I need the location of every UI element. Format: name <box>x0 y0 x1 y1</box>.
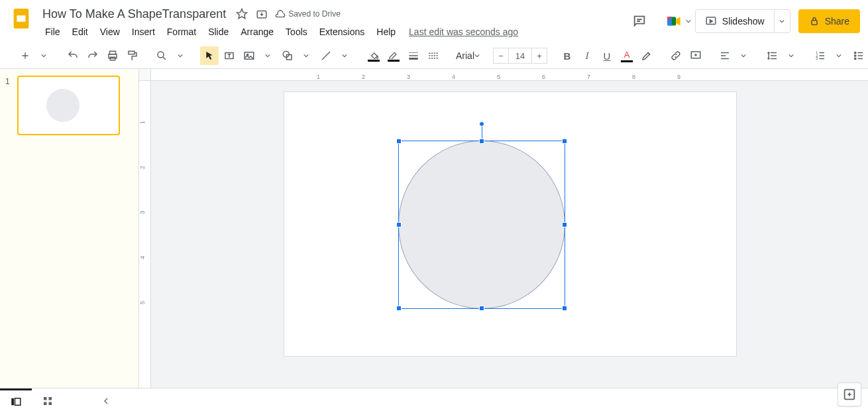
menu-file[interactable]: File <box>40 24 66 40</box>
menu-slide[interactable]: Slide <box>203 24 234 40</box>
ruler-tick: 4 <box>452 69 455 80</box>
last-edit-link[interactable]: Last edit was seconds ago <box>409 27 518 37</box>
svg-rect-31 <box>11 398 14 406</box>
ruler-tick: 1 <box>317 69 320 80</box>
line-spacing-button[interactable] <box>763 46 782 65</box>
print-button[interactable] <box>103 46 122 65</box>
slideshow-button[interactable]: Slideshow <box>695 9 775 33</box>
zoom-dropdown[interactable] <box>171 46 190 65</box>
align-dropdown[interactable] <box>734 46 753 65</box>
filmstrip-view-button[interactable] <box>0 388 32 414</box>
new-slide-button[interactable] <box>16 46 34 65</box>
explore-button[interactable] <box>838 383 861 406</box>
border-dash-button[interactable] <box>424 46 443 65</box>
collapse-filmstrip-button[interactable] <box>90 388 122 414</box>
slides-logo[interactable] <box>8 5 34 32</box>
resize-handle-mr[interactable] <box>562 222 567 227</box>
selection-box[interactable] <box>398 141 565 309</box>
menu-bar: File Edit View Insert Format Slide Arran… <box>40 23 518 41</box>
font-size-increase[interactable]: + <box>531 48 547 64</box>
new-slide-dropdown[interactable] <box>34 46 53 65</box>
ruler-tick: 5 <box>139 301 150 304</box>
menu-insert[interactable]: Insert <box>127 24 160 40</box>
insert-link-button[interactable] <box>667 46 685 65</box>
menu-extensions[interactable]: Extensions <box>314 24 370 40</box>
font-size-value[interactable]: 14 <box>509 48 531 64</box>
line-dropdown[interactable] <box>335 46 354 65</box>
resize-handle-bl[interactable] <box>396 306 402 311</box>
slide-thumbnail[interactable]: 1 <box>5 76 133 135</box>
menu-edit[interactable]: Edit <box>67 24 93 40</box>
shape-tool[interactable] <box>278 46 297 65</box>
resize-handle-br[interactable] <box>562 306 567 311</box>
header-actions: Slideshow Share <box>626 5 860 34</box>
rotation-handle[interactable] <box>479 121 484 127</box>
menu-view[interactable]: View <box>95 24 125 40</box>
menu-format[interactable]: Format <box>162 24 201 40</box>
line-tool[interactable] <box>317 46 335 65</box>
image-dropdown[interactable] <box>258 46 277 65</box>
text-color-button[interactable]: A <box>618 46 636 65</box>
slide-number: 1 <box>5 76 12 135</box>
slideshow-dropdown[interactable] <box>775 9 790 33</box>
share-label: Share <box>825 16 849 27</box>
highlight-color-button[interactable] <box>637 46 656 65</box>
border-weight-button[interactable] <box>404 46 423 65</box>
filmstrip[interactable]: 1 <box>0 69 139 388</box>
shape-dropdown[interactable] <box>297 46 315 65</box>
comments-icon[interactable] <box>626 8 653 34</box>
insert-comment-button[interactable] <box>686 46 705 65</box>
menu-help[interactable]: Help <box>371 24 401 40</box>
grid-view-button[interactable] <box>32 388 64 414</box>
svg-point-27 <box>855 58 856 59</box>
ruler-horizontal[interactable]: 1 2 3 4 5 6 7 8 9 <box>151 69 868 81</box>
numbered-list-button[interactable]: 123 <box>811 46 830 65</box>
font-family-select[interactable]: Arial <box>453 46 482 65</box>
numbered-list-dropdown[interactable] <box>830 46 848 65</box>
resize-handle-tr[interactable] <box>562 139 567 144</box>
move-icon[interactable] <box>255 7 268 21</box>
bold-button[interactable]: B <box>558 46 576 65</box>
redo-button[interactable] <box>83 46 102 65</box>
border-color-button[interactable] <box>384 46 403 65</box>
share-button[interactable]: Share <box>798 9 860 33</box>
save-status[interactable]: Saved to Drive <box>275 9 341 19</box>
canvas[interactable] <box>151 81 868 388</box>
paint-format-button[interactable] <box>123 46 142 65</box>
image-tool[interactable] <box>240 46 258 65</box>
resize-handle-ml[interactable] <box>396 222 402 227</box>
ruler-corner <box>139 69 151 81</box>
italic-button[interactable]: I <box>578 46 596 65</box>
slideshow-label: Slideshow <box>722 16 765 27</box>
align-button[interactable] <box>716 46 734 65</box>
font-size-decrease[interactable]: − <box>493 48 509 64</box>
zoom-button[interactable] <box>152 46 171 65</box>
undo-button[interactable] <box>64 46 82 65</box>
ruler-tick: 3 <box>407 69 410 80</box>
resize-handle-tm[interactable] <box>479 139 484 144</box>
resize-handle-bm[interactable] <box>479 306 484 311</box>
select-tool[interactable] <box>200 46 219 65</box>
textbox-tool[interactable] <box>220 46 239 65</box>
fill-color-button[interactable] <box>364 46 383 65</box>
bulleted-list-button[interactable] <box>849 46 868 65</box>
slide[interactable] <box>284 91 737 357</box>
resize-handle-tl[interactable] <box>396 139 402 144</box>
app-header: How To Make A ShapeTransparent Saved to … <box>0 0 868 42</box>
canvas-area: 1 2 3 4 5 1 2 3 4 5 6 7 8 9 <box>139 69 868 388</box>
menu-tools[interactable]: Tools <box>280 24 313 40</box>
underline-button[interactable]: U <box>598 46 616 65</box>
slide-thumbnail-preview[interactable] <box>17 76 120 135</box>
star-icon[interactable] <box>235 7 248 21</box>
ruler-vertical[interactable]: 1 2 3 4 5 <box>139 81 151 388</box>
svg-rect-10 <box>812 21 817 25</box>
meet-icon[interactable] <box>661 8 687 34</box>
font-size-control: − 14 + <box>493 48 547 64</box>
line-spacing-dropdown[interactable] <box>782 46 800 65</box>
svg-rect-33 <box>44 397 47 400</box>
document-title[interactable]: How To Make A ShapeTransparent <box>40 7 229 22</box>
svg-point-15 <box>158 52 164 58</box>
footer-bar <box>0 388 868 413</box>
menu-arrange[interactable]: Arrange <box>235 24 279 40</box>
ruler-tick: 4 <box>139 256 150 259</box>
